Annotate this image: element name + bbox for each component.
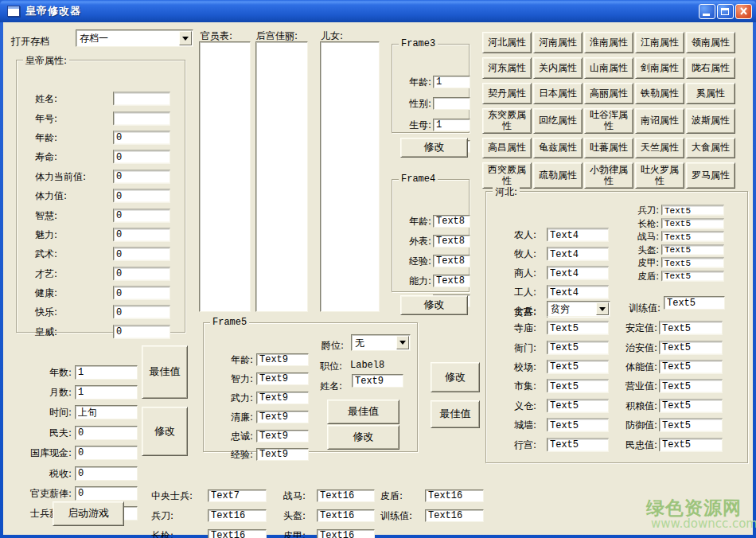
- field-input[interactable]: [547, 228, 609, 242]
- field-input[interactable]: [661, 205, 724, 216]
- field-input[interactable]: [75, 385, 138, 400]
- field-input[interactable]: [256, 392, 309, 404]
- field-input[interactable]: [256, 430, 309, 442]
- field-input[interactable]: [547, 248, 609, 261]
- province-attr-button[interactable]: 铁勒属性: [635, 83, 684, 104]
- province-attr-button[interactable]: 大食属性: [686, 138, 735, 158]
- field-input[interactable]: [433, 97, 470, 110]
- chevron-down-icon[interactable]: [396, 336, 409, 349]
- start-game-button[interactable]: 启动游戏: [53, 501, 124, 526]
- province-attr-button[interactable]: 东突厥属性: [482, 108, 532, 134]
- field-input[interactable]: [256, 411, 309, 423]
- field-input[interactable]: [75, 405, 138, 419]
- save-slot-combo[interactable]: 存档一: [76, 29, 193, 47]
- field-input[interactable]: [113, 150, 170, 164]
- field-input[interactable]: [113, 111, 170, 125]
- province-attr-button[interactable]: 淮南属性: [584, 32, 633, 53]
- province-attr-button[interactable]: 领南属性: [686, 32, 735, 53]
- field-input[interactable]: [661, 244, 724, 255]
- province-attr-button[interactable]: 罗马属性: [686, 162, 735, 189]
- field-input[interactable]: [113, 92, 170, 106]
- frame5-name-input[interactable]: [352, 374, 403, 388]
- field-input[interactable]: [75, 446, 138, 460]
- field-input[interactable]: [113, 248, 170, 261]
- province-attr-button[interactable]: 剑南属性: [635, 57, 684, 79]
- field-input[interactable]: [425, 509, 484, 522]
- province-attr-button[interactable]: 天竺属性: [635, 138, 684, 158]
- field-input[interactable]: [547, 322, 609, 335]
- field-input[interactable]: [208, 529, 267, 538]
- field-input[interactable]: [208, 509, 267, 522]
- field-input[interactable]: [547, 286, 609, 299]
- frame5-modify-button[interactable]: 修改: [327, 425, 399, 450]
- children-list[interactable]: [320, 41, 380, 312]
- field-input[interactable]: [547, 341, 609, 354]
- province-attr-button[interactable]: 吐火罗属性: [635, 162, 684, 189]
- chevron-down-icon[interactable]: [179, 31, 192, 45]
- frame3-modify-button[interactable]: 修改: [400, 138, 468, 158]
- field-input[interactable]: [661, 271, 724, 281]
- field-input[interactable]: [659, 399, 723, 412]
- field-input[interactable]: [75, 365, 138, 380]
- field-input[interactable]: [256, 448, 309, 461]
- field-input[interactable]: [433, 255, 470, 267]
- field-input[interactable]: [75, 466, 138, 481]
- field-input[interactable]: [659, 438, 723, 451]
- province-attr-button[interactable]: 回纥属性: [533, 108, 583, 134]
- field-input[interactable]: [547, 438, 609, 451]
- field-input[interactable]: [659, 322, 723, 335]
- field-input[interactable]: [433, 275, 470, 287]
- field-input[interactable]: [661, 232, 724, 242]
- field-input[interactable]: [547, 360, 609, 373]
- province-attr-button[interactable]: 河北属性: [482, 32, 532, 53]
- field-input[interactable]: [547, 399, 609, 412]
- field-input[interactable]: [113, 209, 170, 222]
- province-attr-button[interactable]: 吐谷浑属性: [584, 108, 633, 134]
- maximize-button[interactable]: [717, 4, 734, 19]
- harem-list[interactable]: [255, 41, 308, 312]
- field-input[interactable]: [113, 189, 170, 203]
- province-attr-button[interactable]: 河南属性: [533, 32, 583, 53]
- province-attr-button[interactable]: 疏勒属性: [533, 162, 583, 189]
- middle-modify-button[interactable]: 修改: [431, 362, 480, 392]
- field-input[interactable]: [317, 489, 375, 502]
- province-attr-button[interactable]: 契丹属性: [482, 83, 532, 104]
- province-attr-button[interactable]: 奚属性: [686, 83, 735, 104]
- frame5-best-button[interactable]: 最佳值: [327, 400, 399, 424]
- field-input[interactable]: [113, 131, 170, 144]
- field-input[interactable]: [659, 341, 723, 354]
- field-input[interactable]: [256, 372, 309, 385]
- field-input[interactable]: [433, 215, 470, 228]
- field-input[interactable]: [317, 529, 375, 538]
- field-input[interactable]: [547, 267, 609, 280]
- field-input[interactable]: [433, 76, 470, 88]
- province-attr-button[interactable]: 波斯属性: [686, 108, 735, 134]
- province-attr-button[interactable]: 小勃律属性: [584, 162, 633, 189]
- field-input[interactable]: [661, 258, 724, 268]
- field-input[interactable]: [113, 267, 170, 280]
- field-input[interactable]: [113, 287, 170, 300]
- field-input[interactable]: [113, 228, 170, 241]
- province-attr-button[interactable]: 陇右属性: [686, 57, 735, 79]
- officials-list[interactable]: [199, 41, 251, 312]
- field-input[interactable]: [317, 509, 375, 522]
- field-input[interactable]: [547, 419, 609, 432]
- province-attr-button[interactable]: 河东属性: [482, 57, 532, 79]
- field-input[interactable]: [75, 426, 138, 440]
- province-attr-button[interactable]: 龟兹属性: [533, 138, 583, 158]
- field-input[interactable]: [208, 489, 267, 502]
- province-attr-button[interactable]: 高丽属性: [584, 83, 633, 104]
- middle-best-button[interactable]: 最佳值: [431, 400, 480, 428]
- minimize-button[interactable]: [699, 4, 715, 19]
- chevron-down-icon[interactable]: [596, 302, 609, 315]
- frame4-modify-button[interactable]: 修改: [400, 295, 468, 315]
- province-attr-button[interactable]: 山南属性: [584, 57, 633, 79]
- modify-button-left[interactable]: 修改: [142, 407, 188, 456]
- field-input[interactable]: [433, 119, 470, 131]
- province-attr-button[interactable]: 南诏属性: [635, 108, 684, 134]
- province-attr-button[interactable]: 高昌属性: [482, 138, 532, 158]
- field-input[interactable]: [75, 486, 138, 501]
- province-attr-button[interactable]: 江南属性: [635, 32, 684, 53]
- wealth-combo[interactable]: 贫穷: [547, 301, 610, 317]
- field-input[interactable]: [661, 218, 724, 228]
